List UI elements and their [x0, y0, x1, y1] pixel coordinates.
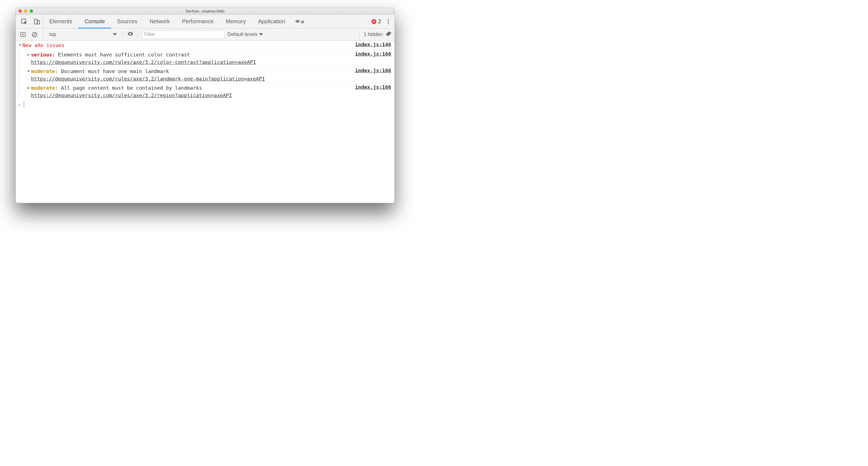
execution-context-label: top — [49, 32, 56, 37]
minimize-window-button[interactable] — [24, 9, 27, 13]
zoom-window-button[interactable] — [30, 9, 33, 13]
tab-sources[interactable]: Sources — [111, 15, 144, 28]
hidden-messages-label[interactable]: 1 hidden — [360, 32, 383, 37]
tab-network[interactable]: Network — [144, 15, 176, 28]
disclosure-triangle-icon[interactable] — [26, 51, 31, 66]
issue-url-link[interactable]: https://dequeuniversity.com/rules/axe/3.… — [31, 92, 232, 98]
svg-rect-2 — [37, 21, 39, 24]
clear-console-icon[interactable] — [30, 30, 39, 39]
error-count-badge[interactable]: ✕ 2 — [371, 18, 381, 25]
toggle-device-toolbar-icon[interactable] — [32, 17, 41, 26]
issue-url-link[interactable]: https://dequeuniversity.com/rules/axe/3.… — [31, 59, 256, 65]
source-link[interactable]: index.js:166 — [352, 51, 391, 66]
console-message: moderate: All page content must be conta… — [25, 83, 395, 100]
devtools-tabbar: Elements Console Sources Network Perform… — [16, 15, 395, 29]
disclosure-triangle-icon[interactable] — [26, 67, 31, 83]
console-group-title: New aXe issues — [23, 41, 352, 49]
chevron-down-icon — [259, 33, 263, 36]
more-tabs-button[interactable]: » — [291, 15, 306, 28]
console-filter-input[interactable] — [142, 30, 225, 39]
console-output: New aXe issues index.js:146 serious: Ele… — [16, 41, 395, 203]
traffic-lights — [19, 9, 33, 13]
window-titlebar: DevTools - localhost:3000/ — [16, 8, 395, 15]
tab-elements[interactable]: Elements — [43, 15, 78, 28]
error-count-value: 2 — [378, 18, 381, 25]
disclosure-triangle-icon[interactable] — [26, 84, 31, 99]
devtools-window: DevTools - localhost:3000/ Elements Cons… — [16, 8, 395, 203]
console-group-children: serious: Elements must have sufficient c… — [19, 50, 395, 100]
live-expression-icon[interactable] — [127, 30, 134, 38]
severity-label: moderate: — [31, 68, 58, 74]
disclosure-triangle-icon[interactable] — [18, 41, 23, 49]
panel-tabs: Elements Console Sources Network Perform… — [43, 15, 291, 28]
close-window-button[interactable] — [19, 9, 22, 13]
svg-point-6 — [129, 33, 131, 35]
source-link[interactable]: index.js:146 — [352, 41, 391, 49]
window-title: DevTools - localhost:3000/ — [186, 9, 225, 13]
tab-application[interactable]: Application — [252, 15, 291, 28]
console-prompt[interactable]: › — [16, 100, 395, 107]
error-icon: ✕ — [371, 19, 376, 24]
show-console-sidebar-icon[interactable] — [19, 30, 27, 39]
execution-context-selector[interactable]: top — [47, 32, 119, 37]
severity-label: moderate: — [31, 85, 58, 91]
severity-label: serious: — [31, 52, 55, 58]
devtools-menu-button[interactable] — [385, 19, 391, 24]
console-message: moderate: Document must have one main la… — [25, 66, 395, 83]
issue-message: Elements must have sufficient color cont… — [58, 52, 190, 58]
log-levels-selector[interactable]: Default levels — [227, 32, 263, 37]
prompt-chevron-icon: › — [18, 101, 21, 107]
source-link[interactable]: index.js:166 — [352, 84, 391, 99]
console-toolbar: top Default levels 1 hidden — [16, 29, 395, 41]
tab-console[interactable]: Console — [78, 15, 111, 28]
issue-message: All page content must be contained by la… — [61, 85, 202, 91]
console-group-header[interactable]: New aXe issues index.js:146 — [16, 41, 395, 50]
console-settings-icon[interactable] — [385, 31, 392, 38]
tab-performance[interactable]: Performance — [176, 15, 220, 28]
issue-message: Document must have one main landmark — [61, 68, 169, 74]
svg-line-5 — [33, 33, 36, 36]
tab-memory[interactable]: Memory — [220, 15, 252, 28]
source-link[interactable]: index.js:166 — [352, 67, 391, 83]
chevron-down-icon — [113, 33, 117, 36]
console-message: serious: Elements must have sufficient c… — [25, 50, 395, 66]
issue-url-link[interactable]: https://dequeuniversity.com/rules/axe/3.… — [31, 76, 265, 82]
svg-rect-1 — [34, 19, 37, 24]
log-levels-label: Default levels — [227, 32, 257, 37]
inspect-element-icon[interactable] — [20, 17, 29, 26]
